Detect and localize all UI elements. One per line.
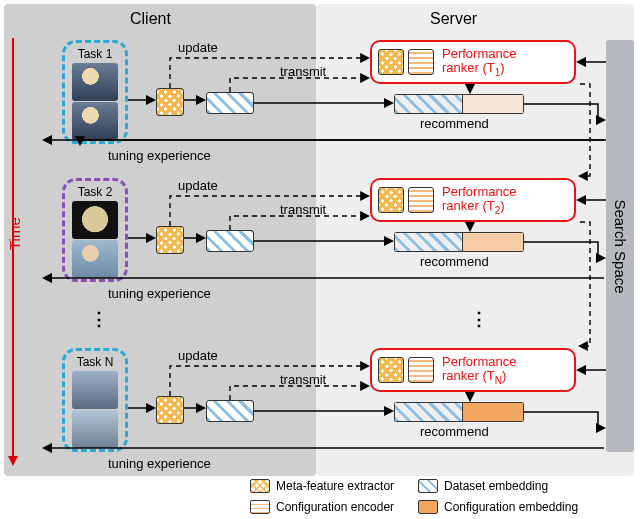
task-box-N: Task N [62, 348, 128, 452]
time-label: Time [6, 217, 23, 250]
ranker1-cfg-icon [408, 49, 434, 75]
legend: Meta-feature extractor Dataset embedding… [250, 476, 636, 516]
legend-meta-icon [250, 479, 270, 493]
ds-emb-1 [394, 94, 462, 114]
task-ellipsis: ⋮ [90, 308, 110, 330]
taskN-img-a [72, 371, 118, 409]
ranker-prefix-2: Performance [442, 184, 516, 199]
embedding-bar-1 [394, 94, 524, 114]
ranker-sub-N: N [495, 374, 502, 385]
ds-emb-2 [394, 232, 462, 252]
cfg-emb-1 [462, 94, 524, 114]
performance-ranker-N: Performanceranker (TN) [370, 348, 576, 392]
update-label-2: update [178, 178, 218, 193]
server-title: Server [430, 10, 477, 28]
update-label-1: update [178, 40, 218, 55]
dataset-encoder-N [206, 400, 254, 422]
rankerN-text: Performanceranker (TN) [442, 355, 516, 386]
ranker2-cfg-icon [408, 187, 434, 213]
ranker1-meta-icon [378, 49, 404, 75]
ranker-name-1: ranker [442, 60, 479, 75]
update-label-N: update [178, 348, 218, 363]
cfg-emb-2 [462, 232, 524, 252]
ranker-prefix-N: Performance [442, 354, 516, 369]
rankerN-meta-icon [378, 357, 404, 383]
transmit-label-2: transmit [280, 202, 326, 217]
ranker-sub-2: 2 [495, 204, 501, 215]
ranker1-text: Performanceranker (T1) [442, 47, 516, 78]
transmit-label-N: transmit [280, 372, 326, 387]
tuning-label-N: tuning experience [108, 456, 211, 471]
tuning-label-2: tuning experience [108, 286, 211, 301]
embedding-bar-2 [394, 232, 524, 252]
task1-img-b [72, 102, 118, 140]
ranker-name-N: ranker [442, 368, 479, 383]
taskN-img-b [72, 410, 118, 448]
transmit-label-1: transmit [280, 64, 326, 79]
legend-cfgenc-icon [250, 500, 270, 514]
ranker-prefix-1: Performance [442, 46, 516, 61]
dataset-encoder-1 [206, 92, 254, 114]
legend-meta-label: Meta-feature extractor [276, 479, 414, 493]
task-box-2: Task 2 [62, 178, 128, 282]
task-title-2: Task 2 [69, 185, 121, 199]
meta-extractor-1 [156, 88, 184, 116]
task1-img-a [72, 63, 118, 101]
ranker-ellipsis: ⋮ [470, 308, 490, 330]
legend-ds-label: Dataset embedding [444, 479, 604, 493]
meta-extractor-N [156, 396, 184, 424]
ranker2-text: Performanceranker (T2) [442, 185, 516, 216]
tuning-label-1: tuning experience [108, 148, 211, 163]
task2-img-b [72, 240, 118, 278]
search-space-label: Search Space [612, 199, 629, 293]
legend-cfgemb-icon [418, 500, 438, 514]
task-title-N: Task N [69, 355, 121, 369]
performance-ranker-1: Performanceranker (T1) [370, 40, 576, 84]
legend-cfgenc-label: Configuration encoder [276, 500, 414, 514]
legend-cfgemb-label: Configuration embedding [444, 500, 604, 514]
embedding-bar-N [394, 402, 524, 422]
task-title-1: Task 1 [69, 47, 121, 61]
task2-img-a [72, 201, 118, 239]
legend-ds-icon [418, 479, 438, 493]
client-title: Client [130, 10, 171, 28]
dataset-encoder-2 [206, 230, 254, 252]
meta-extractor-2 [156, 226, 184, 254]
ranker2-meta-icon [378, 187, 404, 213]
ranker-name-2: ranker [442, 198, 479, 213]
search-space: Search Space [606, 40, 634, 452]
recommend-label-N: recommend [420, 424, 489, 439]
task-box-1: Task 1 [62, 40, 128, 144]
performance-ranker-2: Performanceranker (T2) [370, 178, 576, 222]
recommend-label-1: recommend [420, 116, 489, 131]
recommend-label-2: recommend [420, 254, 489, 269]
ranker-sub-1: 1 [495, 66, 501, 77]
cfg-emb-N [462, 402, 524, 422]
ds-emb-N [394, 402, 462, 422]
rankerN-cfg-icon [408, 357, 434, 383]
